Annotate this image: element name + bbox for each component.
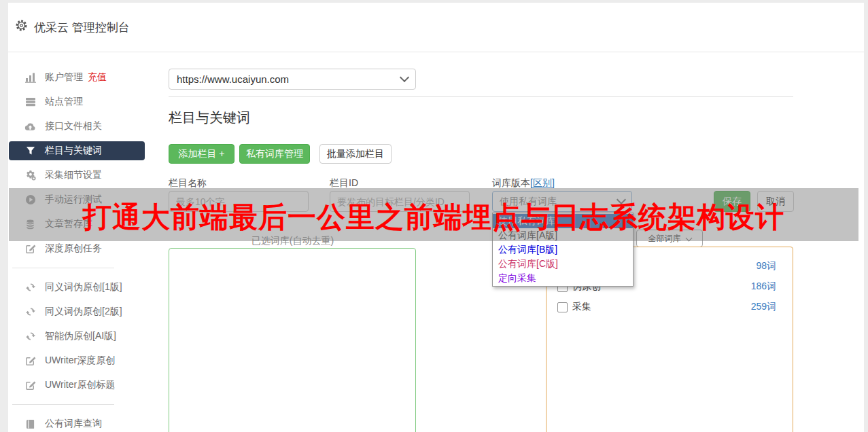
sidebar-item-3[interactable]: 栏目与关键词 [9, 141, 145, 160]
sidebar-item-12[interactable]: UWriter深度原创 [9, 351, 145, 370]
sidebar-item-label: 接口文件相关 [45, 120, 102, 132]
sidebar-item-15[interactable]: 公有词库查询 [9, 414, 145, 432]
app-title: 优采云 管理控制台 [34, 20, 130, 35]
cloud-upload-icon [24, 121, 36, 132]
dict-word-count: 259词 [751, 301, 783, 313]
selected-dict-box [169, 248, 416, 432]
gears-icon [24, 170, 36, 181]
edit-icon [24, 380, 36, 391]
recharge-badge[interactable]: 充值 [88, 71, 107, 84]
page-title: 栏目与关键词 [169, 109, 250, 127]
edit-icon [24, 243, 36, 255]
top-header: 优采云 管理控制台 [8, 3, 864, 52]
sidebar-item-label: 深度原创任务 [45, 242, 102, 255]
sidebar-item-label: 站点管理 [45, 96, 83, 108]
sidebar-item-label: 采集细节设置 [45, 169, 102, 181]
sidebar-item-2[interactable]: 接口文件相关 [9, 117, 145, 136]
site-select[interactable]: https://www.ucaiyun.com [169, 69, 416, 90]
sidebar-item-label: 公有词库查询 [45, 418, 102, 430]
dict-word-count: 186词 [751, 281, 783, 293]
sidebar-item-label: 同义词伪原创[2版] [45, 306, 122, 318]
dict-checkbox[interactable] [557, 302, 568, 312]
gear-icon [15, 19, 28, 35]
sidebar-item-label: UWriter原创标题 [45, 379, 115, 391]
refresh-icon [24, 282, 36, 293]
dict-row-2: 采集259词 [557, 297, 783, 317]
sidebar-divider [12, 404, 114, 405]
bar-chart-icon [24, 72, 36, 84]
sidebar-item-4[interactable]: 采集细节设置 [9, 166, 145, 185]
sidebar-item-label: 账户管理 [45, 71, 83, 84]
sidebar-item-10[interactable]: 同义词伪原创[2版] [9, 302, 145, 321]
refresh-icon [24, 306, 36, 318]
dict-row-label: 采集 [572, 301, 591, 313]
sidebar-item-7[interactable]: 深度原创任务 [9, 239, 145, 258]
add-column-button[interactable]: 添加栏目 + [169, 144, 235, 164]
sidebar-item-11[interactable]: 智能伪原创[AI版] [9, 327, 145, 346]
sidebar-divider [12, 268, 114, 268]
dropdown-option-2[interactable]: 公有词库[B版] [493, 242, 633, 257]
divider [169, 96, 793, 97]
dict-word-count: 98词 [756, 260, 783, 272]
private-dict-button[interactable]: 私有词库管理 [239, 144, 310, 164]
page: 优采云 管理控制台 账户管理充值站点管理接口文件相关栏目与关键词采集细节设置手动… [0, 0, 868, 432]
sidebar-item-0[interactable]: 账户管理充值 [9, 68, 145, 87]
sidebar-item-label: UWriter深度原创 [45, 355, 115, 367]
sidebar-item-9[interactable]: 同义词伪原创[1版] [9, 278, 145, 297]
dropdown-option-4[interactable]: 定向采集 [493, 271, 633, 285]
edit-icon [24, 355, 36, 367]
refresh-icon [24, 331, 36, 342]
site-select-value: https://www.ucaiyun.com [177, 73, 289, 85]
sidebar-item-label: 智能伪原创[AI版] [45, 330, 116, 342]
dropdown-option-3[interactable]: 公有词库[C版] [493, 257, 633, 271]
watermark-text: 打通大前端最后一公里之前端埋点与日志系统架构设计 [9, 200, 858, 235]
book-icon [24, 418, 36, 430]
chevron-down-icon [400, 73, 409, 82]
sidebar-item-13[interactable]: UWriter原创标题 [9, 376, 145, 395]
sidebar-item-label: 同义词伪原创[1版] [45, 281, 122, 293]
batch-add-button[interactable]: 批量添加栏目 [319, 144, 392, 164]
server-icon [24, 96, 36, 108]
sidebar-item-1[interactable]: 站点管理 [9, 92, 145, 111]
sidebar-item-label: 栏目与关键词 [45, 145, 102, 157]
dict-version-diff-link[interactable]: [区别] [530, 177, 555, 188]
funnel-icon [24, 145, 36, 157]
